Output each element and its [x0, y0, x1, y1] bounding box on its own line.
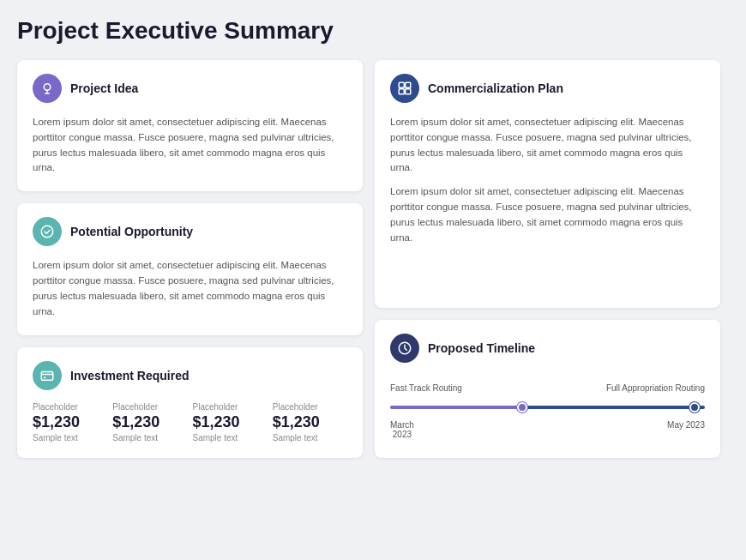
svg-rect-3	[399, 82, 404, 87]
timeline-bar	[390, 400, 705, 415]
potential-opportunity-icon	[33, 217, 62, 246]
timeline-dot-left	[517, 402, 527, 412]
right-column: Commercialization Plan Lorem ipsum dolor…	[375, 60, 720, 458]
timeline-fill-left	[390, 406, 522, 409]
project-idea-title: Project Idea	[70, 81, 138, 95]
investment-placeholder-3: Placeholder	[193, 402, 268, 412]
investment-sample-4: Sample text	[273, 433, 347, 443]
svg-rect-1	[41, 371, 53, 380]
investment-placeholder-4: Placeholder	[273, 402, 347, 412]
main-layout: KEY HIGHLIGHTS Project Idea Lorem ipsum …	[17, 60, 720, 470]
timeline-labels-top: Fast Track Routing Full Appropriation Ro…	[390, 383, 705, 393]
commercialization-plan-header: Commercialization Plan	[390, 74, 705, 103]
proposed-timeline-header: Proposed Timeline	[390, 334, 705, 363]
svg-rect-6	[406, 89, 411, 94]
fast-track-label: Fast Track Routing	[390, 383, 462, 393]
timeline-dates: March2023 May 2023	[390, 420, 705, 439]
investment-value-2: $1,230	[112, 413, 187, 431]
svg-rect-4	[406, 82, 411, 87]
investment-item-1: Placeholder $1,230 Sample text	[33, 402, 107, 443]
investment-placeholder-2: Placeholder	[112, 402, 187, 412]
proposed-timeline-card: Proposed Timeline Fast Track Routing Ful…	[375, 320, 720, 458]
timeline-dot-right	[689, 402, 700, 412]
investment-item-2: Placeholder $1,230 Sample text	[112, 402, 187, 443]
project-idea-header: Project Idea	[33, 74, 347, 103]
full-appropriation-label: Full Appropriation Routing	[606, 383, 705, 393]
timeline-date-left: March2023	[390, 420, 414, 439]
project-idea-icon	[33, 74, 62, 103]
potential-opportunity-card: Potential Opportunity Lorem ipsum dolor …	[17, 203, 363, 334]
investment-sample-3: Sample text	[193, 433, 268, 443]
commercialization-plan-body2: Lorem ipsum dolor sit amet, consectetuer…	[390, 184, 705, 245]
investment-sample-1: Sample text	[33, 433, 107, 443]
potential-opportunity-title: Potential Opportunity	[70, 225, 193, 238]
investment-item-3: Placeholder $1,230 Sample text	[193, 402, 268, 443]
left-column: Project Idea Lorem ipsum dolor sit amet,…	[17, 60, 363, 458]
commercialization-plan-card: Commercialization Plan Lorem ipsum dolor…	[375, 60, 720, 308]
investment-required-title: Investment Required	[70, 369, 189, 382]
investment-value-3: $1,230	[193, 413, 268, 431]
investment-required-card: Investment Required Placeholder $1,230 S…	[17, 347, 363, 458]
investment-required-header: Investment Required	[33, 361, 347, 390]
project-idea-card: Project Idea Lorem ipsum dolor sit amet,…	[17, 60, 363, 191]
proposed-timeline-icon	[390, 334, 419, 363]
proposed-timeline-title: Proposed Timeline	[428, 341, 535, 355]
page-title: Project Executive Summary	[17, 17, 720, 45]
svg-point-2	[44, 376, 45, 378]
investment-item-4: Placeholder $1,230 Sample text	[273, 402, 347, 443]
investment-grid: Placeholder $1,230 Sample text Placehold…	[33, 402, 347, 443]
commercialization-plan-body1: Lorem ipsum dolor sit amet, consectetuer…	[390, 115, 705, 176]
investment-required-icon	[33, 361, 62, 390]
svg-rect-5	[399, 89, 404, 94]
investment-value-1: $1,230	[33, 413, 107, 431]
commercialization-plan-icon	[390, 74, 419, 103]
investment-placeholder-1: Placeholder	[33, 402, 107, 412]
potential-opportunity-body: Lorem ipsum dolor sit amet, consectetuer…	[33, 258, 347, 319]
commercialization-plan-title: Commercialization Plan	[428, 81, 563, 95]
timeline-fill-right	[522, 406, 705, 409]
investment-value-4: $1,230	[273, 413, 347, 431]
potential-opportunity-header: Potential Opportunity	[33, 217, 347, 246]
svg-point-0	[44, 84, 51, 91]
timeline-date-right: May 2023	[667, 420, 705, 439]
project-idea-body: Lorem ipsum dolor sit amet, consectetuer…	[33, 115, 347, 176]
timeline-container: Fast Track Routing Full Appropriation Ro…	[390, 375, 705, 443]
investment-sample-2: Sample text	[112, 433, 187, 443]
